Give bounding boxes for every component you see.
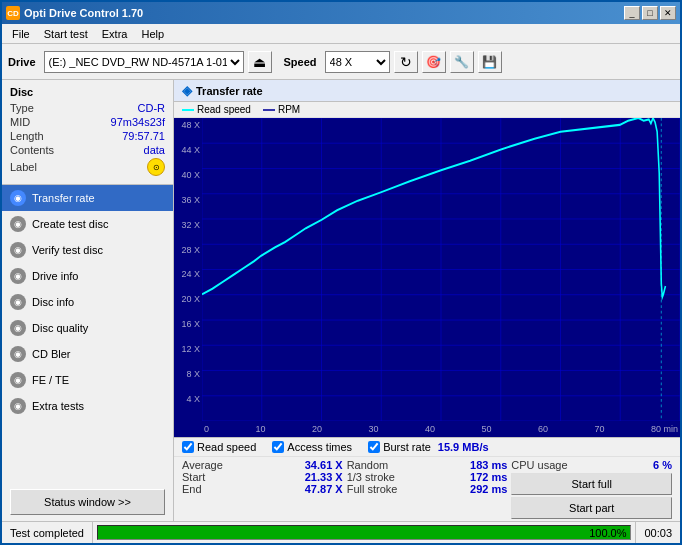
menu-file[interactable]: File — [6, 27, 36, 41]
disc-contents-row: Contents data — [10, 144, 165, 156]
stat-average-value: 34.61 X — [305, 459, 343, 471]
drive-select[interactable]: (E:) _NEC DVD_RW ND-4571A 1-01 — [44, 51, 244, 73]
chart-legend: Read speed RPM — [174, 102, 680, 118]
disc-label-row: Label ⊙ — [10, 158, 165, 176]
stat-cpu-value: 6 % — [653, 459, 672, 471]
nav-transfer-rate[interactable]: ◉ Transfer rate — [2, 185, 173, 211]
nav-cd-bler-icon: ◉ — [10, 346, 26, 362]
minimize-button[interactable]: _ — [624, 6, 640, 20]
stat-start-value: 21.33 X — [305, 471, 343, 483]
stat-one-third-label: 1/3 stroke — [347, 471, 395, 483]
disc-label-icon[interactable]: ⊙ — [147, 158, 165, 176]
nav-cd-bler[interactable]: ◉ CD Bler — [2, 341, 173, 367]
chart-svg — [202, 118, 680, 421]
stats-data: Average 34.61 X Start 21.33 X End 47.87 … — [174, 457, 680, 521]
stat-random-value: 183 ms — [470, 459, 507, 471]
disc-info-panel: Disc Type CD-R MID 97m34s23f Length 79:5… — [2, 80, 173, 185]
content-area: ◈ Transfer rate Read speed RPM 48 X — [174, 80, 680, 521]
y-label-24: 24 X — [174, 269, 202, 279]
panel-title-icon: ◈ — [182, 83, 192, 98]
stat-one-third-row: 1/3 stroke 172 ms — [347, 471, 508, 483]
nav-extra-tests[interactable]: ◉ Extra tests — [2, 393, 173, 419]
disc-mid-value: 97m34s23f — [111, 116, 165, 128]
start-part-button[interactable]: Start part — [511, 497, 672, 519]
save-button[interactable]: 💾 — [478, 51, 502, 73]
disc-mid-label: MID — [10, 116, 30, 128]
refresh-button[interactable]: ↻ — [394, 51, 418, 73]
tools-button[interactable]: 🔧 — [450, 51, 474, 73]
menu-extra[interactable]: Extra — [96, 27, 134, 41]
menu-help[interactable]: Help — [135, 27, 170, 41]
x-label-60: 60 — [538, 424, 548, 434]
nav-fe-te-label: FE / TE — [32, 374, 69, 386]
stats-checkboxes: Read speed Access times Burst rate 15.9 … — [174, 438, 680, 457]
legend-read-speed-label: Read speed — [197, 104, 251, 115]
checkbox-burst-rate[interactable]: Burst rate 15.9 MB/s — [368, 441, 488, 453]
checkbox-access-times[interactable]: Access times — [272, 441, 352, 453]
burst-rate-checkbox[interactable] — [368, 441, 380, 453]
x-label-70: 70 — [594, 424, 604, 434]
nav-cd-bler-label: CD Bler — [32, 348, 71, 360]
main-window: CD Opti Drive Control 1.70 _ □ ✕ File St… — [0, 0, 682, 545]
x-label-30: 30 — [368, 424, 378, 434]
x-axis: 0 10 20 30 40 50 60 70 80 min — [202, 421, 680, 437]
panel-title: ◈ Transfer rate — [174, 80, 680, 102]
close-button[interactable]: ✕ — [660, 6, 676, 20]
nav-drive-info[interactable]: ◉ Drive info — [2, 263, 173, 289]
drive-label: Drive — [8, 56, 36, 68]
menu-start-test[interactable]: Start test — [38, 27, 94, 41]
time-display: 00:03 — [635, 522, 680, 543]
nav-verify-test-disc[interactable]: ◉ Verify test disc — [2, 237, 173, 263]
stat-average-label: Average — [182, 459, 223, 471]
legend-read-speed-color — [182, 109, 194, 111]
start-full-button[interactable]: Start full — [511, 473, 672, 495]
stat-end-row: End 47.87 X — [182, 483, 343, 495]
y-label-8: 8 X — [174, 369, 202, 379]
nav-items: ◉ Transfer rate ◉ Create test disc ◉ Ver… — [2, 185, 173, 483]
config-button[interactable]: 🎯 — [422, 51, 446, 73]
disc-type-row: Type CD-R — [10, 102, 165, 114]
disc-contents-label: Contents — [10, 144, 54, 156]
maximize-button[interactable]: □ — [642, 6, 658, 20]
stat-full-stroke-label: Full stroke — [347, 483, 398, 495]
y-label-36: 36 X — [174, 195, 202, 205]
nav-transfer-rate-icon: ◉ — [10, 190, 26, 206]
title-bar: CD Opti Drive Control 1.70 _ □ ✕ — [2, 2, 680, 24]
stat-full-stroke-value: 292 ms — [470, 483, 507, 495]
nav-create-test-disc[interactable]: ◉ Create test disc — [2, 211, 173, 237]
stat-average-row: Average 34.61 X — [182, 459, 343, 471]
app-icon: CD — [6, 6, 20, 20]
x-label-10: 10 — [255, 424, 265, 434]
status-text: Test completed — [2, 522, 93, 543]
stats-area: Read speed Access times Burst rate 15.9 … — [174, 437, 680, 521]
y-label-4: 4 X — [174, 394, 202, 404]
legend-rpm-color — [263, 109, 275, 111]
nav-fe-te-icon: ◉ — [10, 372, 26, 388]
x-label-80: 80 min — [651, 424, 678, 434]
disc-label-label: Label — [10, 161, 37, 173]
stat-cpu-row: CPU usage 6 % — [511, 459, 672, 471]
disc-contents-value: data — [144, 144, 165, 156]
nav-extra-tests-icon: ◉ — [10, 398, 26, 414]
disc-section-title: Disc — [10, 86, 165, 98]
eject-button[interactable]: ⏏ — [248, 51, 272, 73]
checkbox-read-speed[interactable]: Read speed — [182, 441, 256, 453]
nav-create-test-disc-icon: ◉ — [10, 216, 26, 232]
stats-col1: Average 34.61 X Start 21.33 X End 47.87 … — [182, 459, 343, 495]
y-label-44: 44 X — [174, 145, 202, 155]
main-area: Disc Type CD-R MID 97m34s23f Length 79:5… — [2, 80, 680, 521]
nav-disc-quality-icon: ◉ — [10, 320, 26, 336]
nav-disc-info[interactable]: ◉ Disc info — [2, 289, 173, 315]
disc-mid-row: MID 97m34s23f — [10, 116, 165, 128]
stat-cpu-label: CPU usage — [511, 459, 567, 471]
speed-select[interactable]: 48 X — [325, 51, 390, 73]
access-times-checkbox[interactable] — [272, 441, 284, 453]
status-window-button[interactable]: Status window >> — [10, 489, 165, 515]
read-speed-checkbox[interactable] — [182, 441, 194, 453]
nav-disc-quality-label: Disc quality — [32, 322, 88, 334]
nav-fe-te[interactable]: ◉ FE / TE — [2, 367, 173, 393]
legend-read-speed: Read speed — [182, 104, 251, 115]
nav-disc-quality[interactable]: ◉ Disc quality — [2, 315, 173, 341]
stat-end-label: End — [182, 483, 202, 495]
stat-random-label: Random — [347, 459, 389, 471]
